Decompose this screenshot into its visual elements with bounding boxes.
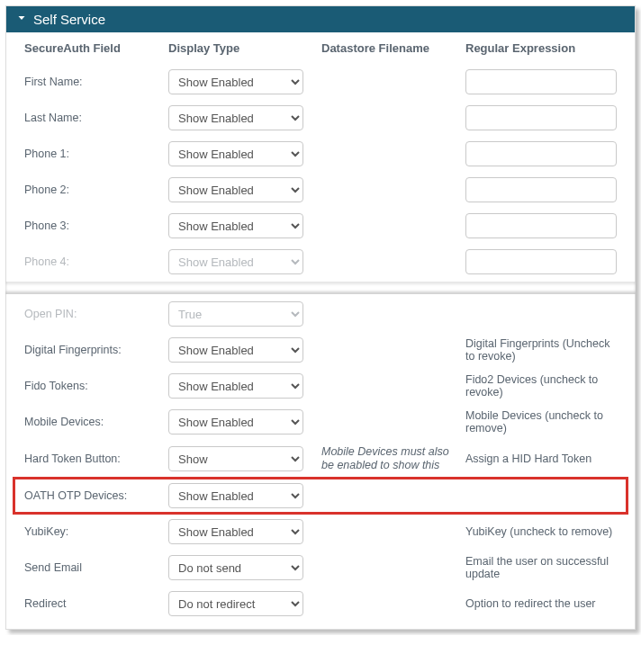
col-regex: Regular Expression (465, 41, 617, 60)
display-type-select[interactable]: Show Enabled (168, 69, 303, 94)
field-label: Mobile Devices: (24, 416, 159, 428)
display-type-select[interactable]: Show Enabled (168, 483, 303, 508)
display-type-select[interactable]: Show Enabled (168, 177, 303, 202)
display-type-select[interactable]: Show Enabled (168, 409, 303, 435)
field-label: Last Name: (24, 112, 159, 124)
datastore-note: Mobile Devices must also be enabled to s… (321, 445, 456, 472)
field-label: Redirect (24, 597, 159, 610)
row-hard-token-button: Hard Token Button: Show Mobile Devices m… (6, 440, 635, 478)
display-type-select[interactable]: Show Enabled (168, 141, 303, 166)
display-type-select[interactable]: Show Enabled (168, 373, 303, 399)
row-digital-fingerprints: Digital Fingerprints: Show Enabled Digit… (6, 332, 635, 368)
display-type-select[interactable]: Show Enabled (168, 213, 303, 238)
col-field: SecureAuth Field (24, 41, 159, 60)
row-yubikey: YubiKey: Show Enabled YubiKey (uncheck t… (6, 514, 635, 550)
self-service-panel: Self Service SecureAuth Field Display Ty… (5, 5, 636, 630)
row-phone-4: Phone 4: Show Enabled (6, 244, 635, 280)
display-type-select[interactable]: Show Enabled (168, 105, 303, 130)
display-type-select[interactable]: Show (168, 446, 303, 471)
display-type-select[interactable]: Show Enabled (168, 249, 303, 274)
panel-header[interactable]: Self Service (6, 6, 635, 32)
field-label: Open PIN: (24, 308, 159, 320)
regex-text: Digital Fingerprints (Uncheck to revoke) (465, 337, 617, 363)
column-headers: SecureAuth Field Display Type Datastore … (6, 32, 635, 64)
field-label: Digital Fingerprints: (24, 344, 159, 356)
col-datastore: Datastore Filename (321, 41, 456, 60)
regex-text: Option to redirect the user (465, 597, 617, 610)
display-type-select[interactable]: Do not send (168, 555, 303, 580)
row-send-email: Send Email Do not send Email the user on… (6, 550, 635, 586)
regex-input[interactable] (465, 69, 617, 94)
row-phone-1: Phone 1: Show Enabled (6, 136, 635, 172)
col-display: Display Type (168, 41, 312, 60)
field-label: OATH OTP Devices: (24, 489, 159, 502)
regex-text: YubiKey (uncheck to remove) (465, 525, 617, 538)
regex-text: Mobile Devices (uncheck to remove) (465, 409, 617, 435)
regex-text: Assign a HID Hard Token (465, 452, 617, 465)
regex-input[interactable] (465, 177, 617, 202)
row-open-pin: Open PIN: True (6, 296, 635, 332)
regex-input[interactable] (465, 141, 617, 166)
regex-text: Fido2 Devices (uncheck to revoke) (465, 373, 617, 399)
field-label: Phone 4: (24, 255, 159, 268)
field-label: Send Email (24, 561, 159, 574)
row-phone-2: Phone 2: Show Enabled (6, 172, 635, 208)
row-fido-tokens: Fido Tokens: Show Enabled Fido2 Devices … (6, 368, 635, 404)
field-label: Phone 1: (24, 148, 159, 160)
section-split (5, 282, 636, 294)
row-phone-3: Phone 3: Show Enabled (6, 208, 635, 244)
row-redirect: Redirect Do not redirect Option to redir… (6, 586, 635, 622)
regex-input[interactable] (465, 105, 617, 130)
regex-input[interactable] (465, 213, 617, 238)
regex-input[interactable] (465, 249, 617, 274)
display-type-select[interactable]: Show Enabled (168, 337, 303, 363)
chevron-down-icon (15, 12, 28, 27)
field-label: Phone 2: (24, 184, 159, 196)
row-first-name: First Name: Show Enabled (6, 64, 635, 100)
regex-text: Email the user on successful update (465, 555, 617, 580)
row-last-name: Last Name: Show Enabled (6, 100, 635, 136)
field-label: Fido Tokens: (24, 380, 159, 392)
row-mobile-devices: Mobile Devices: Show Enabled Mobile Devi… (6, 404, 635, 440)
field-label: Phone 3: (24, 220, 159, 232)
field-label: Hard Token Button: (24, 452, 159, 465)
row-oath-otp-devices: OATH OTP Devices: Show Enabled (14, 478, 627, 514)
display-type-select[interactable]: True (168, 301, 303, 327)
display-type-select[interactable]: Show Enabled (168, 519, 303, 544)
field-label: YubiKey: (24, 525, 159, 538)
display-type-select[interactable]: Do not redirect (168, 591, 303, 616)
field-label: First Name: (24, 76, 159, 88)
panel-title: Self Service (33, 12, 105, 27)
